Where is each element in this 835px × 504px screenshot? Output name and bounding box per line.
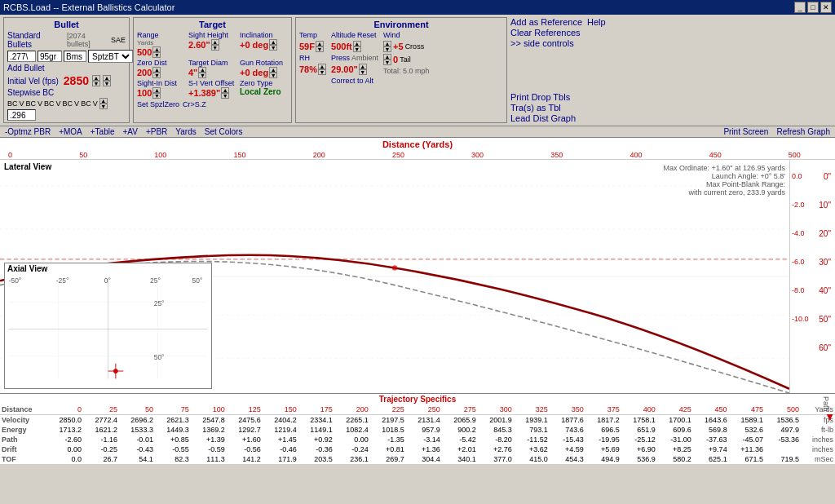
gun-rotation-label: Gun Rotation [240, 59, 288, 67]
yards-button[interactable]: Yards [174, 127, 197, 136]
sight-height-up[interactable]: ▲ [211, 39, 219, 45]
moa-60: 60" [819, 343, 831, 352]
target-section-title: Target [137, 20, 288, 29]
moa-30: 30" [819, 258, 831, 267]
rh-down[interactable]: ▼ [318, 69, 326, 75]
graph-notes: Max Ordinate: +1.60" at 126.95 yards Lau… [663, 164, 785, 197]
velocity-row: Velocity 2850.0 2772.4 2696.2 2621.3 254… [0, 415, 835, 426]
wind-cross-label: Cross [405, 42, 425, 51]
axial-view: Axial View -50° -25° 0° 25° 50° 25° [4, 263, 212, 389]
bc-scroll-down[interactable]: ▼ [99, 104, 108, 109]
wind-tail-up[interactable]: ▲ [383, 54, 391, 60]
lead-dist-graph-link[interactable]: Lead Dist Graph [510, 113, 616, 123]
rh-label: RH [299, 54, 310, 62]
axial-view-label: Axial View [5, 263, 211, 274]
window-title: RCBS.Load -- External Ballistics Calcula… [3, 2, 175, 12]
initial-vel-label: Initial Vel (fps) [7, 77, 59, 86]
add-reference-link[interactable]: Add as Reference [510, 17, 582, 27]
rh-up[interactable]: ▲ [318, 64, 326, 69]
side-controls-link[interactable]: >> side controls [510, 38, 582, 48]
si-vert-up[interactable]: ▲ [221, 87, 229, 93]
si-vert-down[interactable]: ▼ [221, 93, 229, 99]
altitude-reset-link[interactable]: Reset [357, 31, 377, 39]
range-down[interactable]: ▼ [152, 52, 161, 58]
print-screen-button[interactable]: Print Screen [722, 127, 770, 136]
clear-references-link[interactable]: Clear References [510, 28, 582, 38]
energy-row: Energy 1713.2 1621.2 1533.3 1449.3 1369.… [0, 425, 835, 435]
wind-up[interactable]: ▲ [383, 41, 391, 46]
table-button[interactable]: +Table [89, 127, 117, 136]
cr-sz-link[interactable]: Cr>S.Z [183, 100, 206, 108]
set-colors-button[interactable]: Set Colors [203, 127, 245, 136]
refresh-graph-button[interactable]: Refresh Graph [775, 127, 832, 136]
trajs-as-tbl-link[interactable]: Tra(s) as Tbl [510, 103, 616, 113]
brand-input[interactable] [64, 51, 86, 62]
temp-down[interactable]: ▼ [316, 46, 324, 52]
sight-in-up[interactable]: ▲ [152, 87, 161, 93]
wind-total-label: Total: 5.0 mph [383, 67, 430, 75]
target-diam-down[interactable]: ▼ [198, 73, 206, 78]
sae-label: SAE [111, 36, 126, 44]
altitude-label: Altitude [331, 31, 356, 39]
caliber-input[interactable] [7, 51, 36, 62]
wind-label: Wind [383, 31, 430, 39]
press-label: Press [331, 54, 350, 62]
press-ambient-label: Ambient [351, 54, 378, 62]
minimize-button[interactable]: _ [794, 2, 806, 13]
gun-rot-down[interactable]: ▼ [269, 73, 277, 78]
zero-dist-down[interactable]: ▼ [152, 73, 161, 78]
incl-down[interactable]: ▼ [269, 45, 277, 51]
press-up[interactable]: ▲ [359, 64, 367, 69]
set-spz-zero-link[interactable]: Set SpzlZero [137, 100, 179, 108]
optmz-pbr-button[interactable]: -Optmz PBR [3, 127, 52, 136]
svg-text:25°: 25° [150, 276, 161, 285]
svg-point-7 [392, 265, 397, 270]
incl-up[interactable]: ▲ [269, 39, 277, 45]
tof-row: TOF 0.0 26.7 54.1 82.3 111.3 141.2 171.9… [0, 454, 835, 464]
standard-bullets-label: Standard Bullets [7, 31, 65, 49]
axial-svg: -50° -25° 0° 25° 50° 25° 50° [5, 274, 211, 384]
vel-up-button[interactable]: ▲ [92, 75, 100, 81]
sight-in-dist-value: 100 [137, 88, 152, 98]
sight-height-down[interactable]: ▼ [211, 45, 219, 51]
bullet-type-select[interactable]: SptzBT [88, 50, 133, 63]
environment-section: Environment Temp 59F ▲ ▼ RH 78% [295, 17, 507, 123]
vel-down-button[interactable]: ▼ [92, 81, 100, 86]
target-diam-up[interactable]: ▲ [198, 67, 206, 73]
moa-50: 50" [819, 315, 831, 324]
moa-40: 40" [819, 286, 831, 295]
press-down[interactable]: ▼ [359, 69, 367, 75]
correct-to-alt-link[interactable]: Correct to Alt [331, 77, 378, 85]
gun-rot-up[interactable]: ▲ [269, 67, 277, 73]
moa-button[interactable]: +MOA [57, 127, 84, 136]
svg-text:50°: 50° [154, 353, 165, 361]
bc-scroll-up[interactable]: ▲ [99, 98, 108, 104]
alt-down[interactable]: ▼ [353, 46, 361, 52]
add-bullet-link[interactable]: Add Bullet [7, 64, 45, 73]
svg-text:0°: 0° [104, 276, 111, 285]
range-up[interactable]: ▲ [152, 46, 161, 52]
weight-input[interactable] [38, 51, 62, 62]
altitude-value: 500ft [331, 42, 352, 51]
pbr-button[interactable]: +PBR [144, 127, 169, 136]
wind-down[interactable]: ▼ [383, 46, 391, 52]
help-link[interactable]: Help [587, 17, 606, 27]
wind-tail-down[interactable]: ▼ [383, 60, 391, 65]
trajectory-table-section: Trajectory Specifics Distance 0 25 50 75… [0, 393, 835, 464]
close-button[interactable]: ✕ [820, 2, 832, 13]
sight-in-down[interactable]: ▼ [152, 93, 161, 99]
bc-value-input[interactable] [7, 109, 36, 121]
zero-dist-up[interactable]: ▲ [152, 67, 161, 73]
stepwise-bc-label: Stepwise BC [7, 88, 54, 97]
alt-up[interactable]: ▲ [353, 41, 361, 46]
window-controls[interactable]: _ □ ✕ [794, 2, 832, 13]
drift-row: Drift 0.00 -0.25 -0.43 -0.55 -0.59 -0.56… [0, 444, 835, 454]
path-arrow: ▶ [826, 414, 835, 421]
maximize-button[interactable]: □ [807, 2, 819, 13]
vel-down2-button[interactable]: ▼ [103, 81, 111, 86]
print-drop-tbls-link[interactable]: Print Drop Tbls [510, 92, 616, 102]
av-button[interactable]: +AV [121, 127, 139, 136]
temp-up[interactable]: ▲ [316, 41, 324, 46]
bullet-count: [2074 bullets] [67, 32, 109, 48]
vel-up2-button[interactable]: ▲ [103, 75, 111, 81]
